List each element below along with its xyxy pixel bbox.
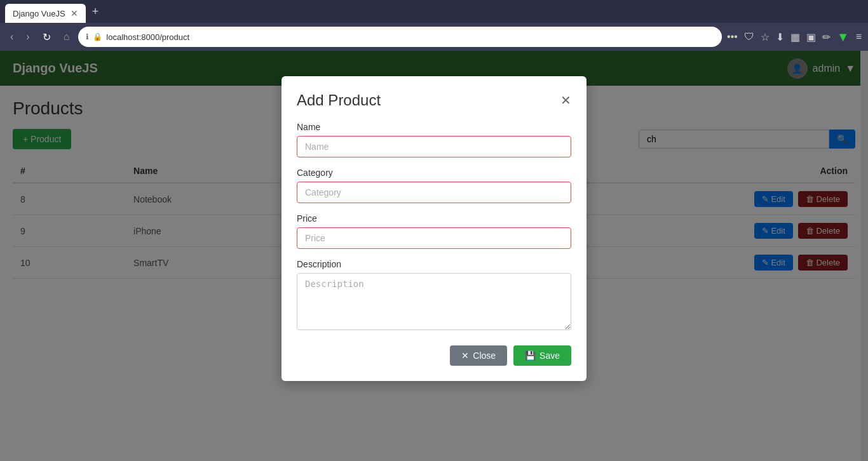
- category-input[interactable]: [297, 182, 571, 203]
- description-label: Description: [297, 259, 571, 269]
- description-textarea[interactable]: [297, 273, 571, 291]
- forward-button[interactable]: ›: [22, 29, 33, 45]
- info-icon: ℹ: [86, 32, 89, 41]
- library-icon[interactable]: ▦: [790, 31, 800, 43]
- modal-title: Add Product: [297, 91, 381, 109]
- shield-icon[interactable]: 🛡: [744, 31, 754, 43]
- modal-overlay: Add Product ✕ Name Category Price Descri…: [0, 51, 868, 291]
- category-field-group: Category: [297, 168, 571, 203]
- vuejs-icon: ▼: [837, 30, 850, 44]
- more-icon[interactable]: •••: [727, 31, 738, 43]
- sidebar-icon[interactable]: ▣: [806, 31, 816, 43]
- add-product-modal: Add Product ✕ Name Category Price Descri…: [281, 76, 587, 291]
- download-icon[interactable]: ⬇: [776, 31, 784, 43]
- modal-header: Add Product ✕: [297, 91, 571, 109]
- address-bar[interactable]: ℹ 🔒: [78, 27, 722, 47]
- pen-icon[interactable]: ✏: [822, 31, 831, 43]
- toolbar-icons: ••• 🛡 ☆ ⬇ ▦ ▣ ✏ ▼ ≡: [727, 30, 862, 44]
- back-button[interactable]: ‹: [6, 29, 17, 45]
- tab-close-icon[interactable]: ✕: [71, 8, 78, 18]
- home-button[interactable]: ⌂: [60, 29, 74, 45]
- reload-button[interactable]: ↻: [39, 29, 55, 46]
- modal-body: Name Category Price Description: [297, 122, 571, 291]
- menu-icon[interactable]: ≡: [856, 31, 862, 43]
- new-tab-button[interactable]: +: [90, 3, 102, 21]
- category-label: Category: [297, 168, 571, 178]
- name-label: Name: [297, 122, 571, 132]
- star-icon[interactable]: ☆: [761, 31, 770, 43]
- active-tab[interactable]: Django VueJS ✕: [5, 4, 86, 23]
- name-field-group: Name: [297, 122, 571, 157]
- price-input[interactable]: [297, 227, 571, 249]
- price-field-group: Price: [297, 213, 571, 249]
- modal-close-button[interactable]: ✕: [560, 94, 571, 107]
- tab-bar: Django VueJS ✕ +: [0, 0, 868, 23]
- lock-icon: 🔒: [93, 32, 102, 41]
- tab-title: Django VueJS: [13, 9, 65, 18]
- description-field-group: Description: [297, 259, 571, 291]
- url-input[interactable]: [106, 32, 714, 42]
- price-label: Price: [297, 213, 571, 224]
- browser-chrome: Django VueJS ✕ + ‹ › ↻ ⌂ ℹ 🔒 ••• 🛡 ☆ ⬇ ▦…: [0, 0, 868, 51]
- browser-toolbar: ‹ › ↻ ⌂ ℹ 🔒 ••• 🛡 ☆ ⬇ ▦ ▣ ✏ ▼ ≡: [0, 23, 868, 51]
- name-input[interactable]: [297, 136, 571, 157]
